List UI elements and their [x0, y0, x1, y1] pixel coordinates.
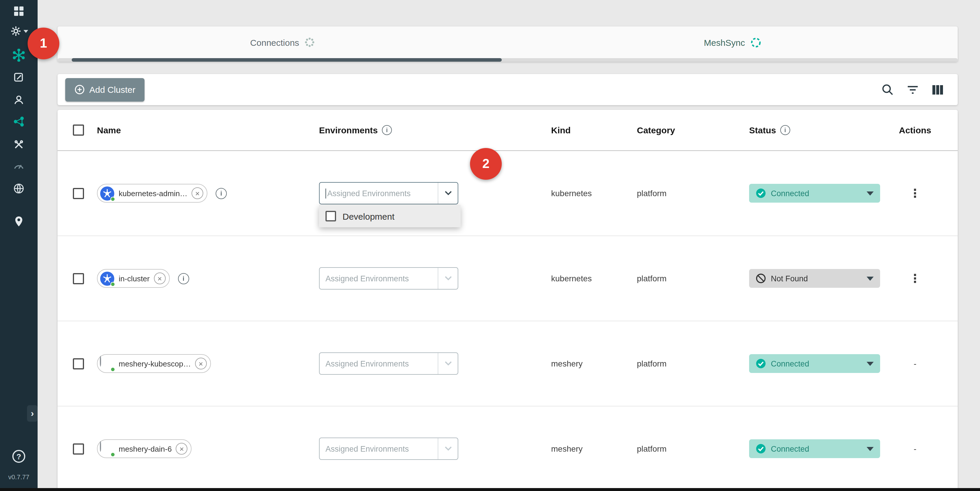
kind-cell: kubernetes [551, 274, 637, 283]
environments-placeholder: Assigned Environments [320, 359, 438, 368]
row-checkbox[interactable] [73, 443, 84, 454]
meshsync-ring-icon [750, 37, 761, 48]
dropdown-option-development[interactable]: Development [319, 205, 461, 227]
status-label: Not Found [771, 274, 808, 283]
table-header-row: Name Environments i Kind Category Status… [57, 110, 958, 151]
status-label: Connected [771, 444, 809, 453]
connection-chip[interactable]: meshery-dain-6 × [97, 439, 192, 458]
environments-placeholder: Assigned Environments [320, 274, 438, 283]
location-pin-icon[interactable] [0, 215, 38, 229]
header-environments: Environments i [319, 125, 551, 135]
connection-info-icon[interactable]: i [216, 188, 227, 199]
connection-chip[interactable]: meshery-kubescop… × [97, 354, 211, 373]
meshery-avatar-icon [100, 442, 115, 456]
plus-circle-icon [75, 84, 84, 95]
check-circle-icon [756, 443, 766, 454]
row-checkbox[interactable] [73, 358, 84, 369]
table-row: kubernetes-admin… × i Assigned Environme… [57, 151, 958, 236]
status-dropdown[interactable]: Connected [749, 184, 880, 203]
connection-info-icon[interactable]: i [178, 273, 189, 284]
check-circle-icon [756, 358, 766, 369]
help-button[interactable]: ? [12, 450, 25, 463]
annotation-badge-1: 1 [28, 28, 59, 59]
performance-icon[interactable] [0, 159, 38, 173]
search-icon[interactable] [881, 83, 894, 96]
question-icon: ? [16, 452, 21, 461]
status-info-icon[interactable]: i [780, 125, 790, 135]
header-actions: Actions [899, 125, 958, 135]
meshery-app: › ? v0.7.77 Connections MeshSync [0, 0, 980, 491]
header-name: Name [97, 125, 319, 135]
select-chevron-icon[interactable] [438, 353, 458, 374]
select-all-checkbox[interactable] [73, 124, 84, 136]
connection-name: kubernetes-admin… [119, 189, 188, 198]
kubernetes-avatar-icon [100, 271, 115, 286]
tab-meshsync-label: MeshSync [704, 37, 745, 47]
connections-table: Name Environments i Kind Category Status… [57, 110, 958, 491]
status-caret-icon [867, 447, 873, 451]
table-row: meshery-dain-6 × Assigned Environments m… [57, 407, 958, 491]
select-chevron-icon[interactable] [438, 268, 458, 289]
remove-connection-icon[interactable]: × [195, 358, 207, 369]
users-icon[interactable] [0, 93, 38, 107]
toolbox-icon[interactable] [0, 137, 38, 151]
meshery-avatar-icon [100, 356, 115, 371]
environments-select[interactable]: Assigned Environments [319, 437, 458, 460]
annotation-badge-2: 2 [470, 148, 502, 180]
select-chevron-icon[interactable] [438, 183, 458, 204]
text-caret [326, 188, 326, 198]
add-cluster-button[interactable]: Add Cluster [65, 78, 145, 101]
tab-connections-label: Connections [250, 37, 299, 47]
table-row: in-cluster × i Assigned Environments kub [57, 236, 958, 321]
status-label: Connected [771, 189, 809, 198]
status-caret-icon [867, 276, 873, 280]
category-cell: platform [637, 189, 749, 198]
tab-connections[interactable]: Connections [57, 26, 508, 62]
no-actions-dash: - [913, 444, 916, 453]
status-caret-icon [867, 191, 873, 195]
dashboard-icon[interactable] [0, 4, 38, 18]
environments-select[interactable]: Assigned Environments [319, 182, 458, 204]
blocked-icon [756, 273, 766, 284]
extensions-globe-icon[interactable] [0, 181, 38, 195]
tab-indicator-thumb[interactable] [72, 58, 502, 62]
row-actions-menu-icon[interactable]: ⋮ [909, 273, 921, 284]
connection-name: meshery-kubescop… [119, 359, 191, 368]
environments-select[interactable]: Assigned Environments [319, 267, 458, 289]
columns-view-icon[interactable] [932, 84, 943, 95]
status-dropdown[interactable]: Connected [749, 354, 880, 373]
header-status: Status i [749, 125, 899, 135]
connection-chip[interactable]: kubernetes-admin… × [97, 184, 207, 203]
row-actions-menu-icon[interactable]: ⋮ [909, 188, 921, 199]
sidebar: › ? v0.7.77 [0, 0, 38, 491]
option-label: Development [342, 211, 395, 221]
tab-meshsync[interactable]: MeshSync [508, 26, 958, 62]
filter-icon[interactable] [907, 84, 919, 95]
sidebar-collapse-toggle[interactable]: › [27, 405, 38, 422]
connection-chip[interactable]: in-cluster × [97, 269, 170, 288]
connection-name: meshery-dain-6 [119, 444, 172, 453]
bottom-bar [0, 488, 980, 491]
status-label: Connected [771, 359, 809, 368]
toolbar-actions [881, 83, 943, 96]
row-checkbox[interactable] [73, 188, 84, 199]
tabs-bar: Connections MeshSync [57, 26, 958, 62]
environments-select[interactable]: Assigned Environments [319, 353, 458, 375]
kind-cell: meshery [551, 444, 637, 453]
main-content: Connections MeshSync Add Cluster [38, 0, 980, 491]
status-caret-icon [867, 361, 873, 365]
option-checkbox[interactable] [326, 211, 336, 221]
status-dropdown[interactable]: Not Found [749, 269, 880, 288]
environments-info-icon[interactable]: i [382, 125, 392, 135]
status-dropdown[interactable]: Connected [749, 439, 880, 458]
header-kind: Kind [551, 125, 637, 135]
add-cluster-label: Add Cluster [89, 84, 135, 95]
select-chevron-icon[interactable] [438, 438, 458, 459]
configuration-icon[interactable] [0, 70, 38, 84]
mesh-icon[interactable] [0, 114, 38, 129]
remove-connection-icon[interactable]: × [176, 443, 188, 454]
row-checkbox[interactable] [73, 273, 84, 284]
category-cell: platform [637, 274, 749, 283]
remove-connection-icon[interactable]: × [154, 273, 166, 284]
remove-connection-icon[interactable]: × [191, 188, 203, 199]
